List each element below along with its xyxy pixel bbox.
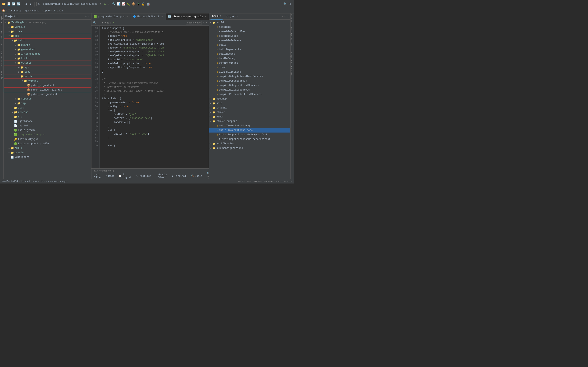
tab-tinkersupport[interactable]: 🔄 tinker-support.gradle ✕ bbox=[166, 13, 209, 20]
run-config-selector[interactable]: ⬡ TestBugly:app [buildTinkerPatchRelease… bbox=[36, 2, 103, 6]
save-icon[interactable]: 💾 bbox=[7, 2, 11, 6]
gradle-item[interactable]: ▶📁other bbox=[209, 115, 290, 119]
gradle-item[interactable]: ▶📁install bbox=[209, 106, 290, 110]
tab-mainactivity[interactable]: 🔷 MainActivity.kt ✕ bbox=[131, 13, 166, 20]
breadcrumb-project[interactable]: TestBugly bbox=[8, 9, 21, 12]
tree-item[interactable]: ▶📁intermediates bbox=[4, 52, 91, 56]
sdk-icon[interactable]: 🔒 bbox=[141, 2, 145, 6]
gradle-item[interactable]: ⚙compileDebugUnitTestSources bbox=[209, 83, 290, 88]
tree-item[interactable]: 🔑test_bugly.jks bbox=[4, 137, 91, 142]
captures-strip-label[interactable]: Captures bbox=[1, 71, 3, 80]
device-icon[interactable]: 📱 bbox=[136, 2, 140, 6]
gradle-item[interactable]: ⚙compileReleaseUnitTestSources bbox=[209, 92, 290, 97]
panel-tool-close[interactable]: ✕ bbox=[88, 15, 90, 18]
tree-item[interactable]: 📄.gitignore bbox=[4, 155, 91, 159]
tree-item[interactable]: ▼📁build bbox=[4, 38, 91, 43]
event-log-tab[interactable]: 🔍 Event Log bbox=[207, 172, 209, 179]
tree-item[interactable]: ▶📁build bbox=[4, 146, 91, 150]
refresh-icon[interactable]: 🔄 bbox=[11, 2, 16, 6]
gradle-item[interactable]: ⚙bundleDebug bbox=[209, 56, 290, 61]
gradle-item[interactable]: ⚙buildTinkerPatchDebug bbox=[209, 124, 290, 128]
search-tool[interactable]: 🔍 bbox=[93, 21, 96, 24]
build-tab[interactable]: 🔨 Build bbox=[190, 175, 203, 178]
forward-icon[interactable]: ▶ bbox=[29, 2, 33, 6]
gradle-item[interactable]: ▶📁verification bbox=[209, 142, 290, 146]
gradle-item[interactable]: ▶📁help bbox=[209, 101, 290, 106]
gradle-strip-label[interactable]: Gradle bbox=[291, 14, 294, 22]
back-icon[interactable]: ◀ bbox=[24, 2, 28, 6]
tree-item[interactable]: ▶📁.gradle bbox=[4, 25, 91, 29]
gradle-item[interactable]: ⚙bundleRelease bbox=[209, 61, 290, 65]
gradle-item[interactable]: ⚙buildTinkerPatchRelease bbox=[209, 128, 290, 133]
breadcrumb-file[interactable]: tinker-support.gradle bbox=[32, 9, 63, 12]
run-tab[interactable]: ▶ 4: Run bbox=[93, 173, 102, 179]
gradle-view-tab[interactable]: + Gradle View bbox=[155, 173, 168, 179]
gradle-item[interactable]: ▼📁build bbox=[209, 20, 290, 25]
tree-item[interactable]: ▶📁gradle bbox=[4, 150, 91, 155]
down-arrow-tool[interactable]: ▼ bbox=[104, 21, 106, 24]
gradle-item[interactable]: ⚙build bbox=[209, 43, 290, 47]
gradle-sync-icon[interactable]: 🔧 bbox=[112, 2, 116, 6]
gradle-item[interactable]: ▶📁Run Configurations bbox=[209, 146, 290, 150]
tree-item[interactable]: ▶📁libs bbox=[4, 106, 91, 110]
tree-item[interactable]: 📦patch_signed_7zip.apk bbox=[4, 88, 91, 92]
device-explorer-strip-label[interactable]: Device File Explorer bbox=[291, 51, 294, 76]
tree-item[interactable]: 🟢tinker-support.gradle bbox=[4, 142, 91, 146]
tree-item[interactable]: ▼📁release bbox=[4, 79, 91, 83]
gradle-item[interactable]: ⚙assembleAndroidTest bbox=[209, 29, 290, 34]
gradle-item[interactable]: ⚙buildNeeded bbox=[209, 52, 290, 56]
tree-item[interactable]: ▶📁kotlin bbox=[4, 56, 91, 61]
gradle-settings[interactable]: ⚙ bbox=[285, 15, 286, 18]
run-button[interactable]: ▶ bbox=[104, 2, 106, 6]
open-icon[interactable]: 📂 bbox=[2, 2, 6, 6]
tree-item[interactable]: ▶📁.idea bbox=[4, 29, 91, 34]
gradle-item[interactable]: ⚙assemble bbox=[209, 25, 290, 29]
gradle-item[interactable]: ▶📁cleanup bbox=[209, 97, 290, 101]
gradle-close[interactable]: ✕ bbox=[287, 15, 289, 18]
gradle-item[interactable]: ⚙cleanBuildCache bbox=[209, 70, 290, 74]
tree-item[interactable]: ▶📁release bbox=[4, 110, 91, 115]
up-arrow-tool[interactable]: ▲ bbox=[102, 21, 103, 24]
panel-tool-settings[interactable]: ⚙ bbox=[86, 15, 87, 18]
gradle-tab-projects[interactable]: projects bbox=[224, 13, 239, 20]
gradle-item[interactable]: ⚙buildDependents bbox=[209, 47, 290, 52]
apk-icon[interactable]: 📦 bbox=[131, 2, 136, 6]
tree-item[interactable]: ▶📁logs bbox=[4, 70, 91, 74]
breadcrumb-app[interactable]: app bbox=[25, 9, 29, 12]
tree-item[interactable]: 🟢build.gradle bbox=[4, 128, 91, 133]
tree-item[interactable]: ▼📁TestBugly ~/wkx/TestBugly bbox=[4, 20, 91, 25]
profiler-icon[interactable]: 📈 bbox=[122, 2, 126, 6]
match-case-toggle[interactable]: Match Case bbox=[186, 21, 202, 24]
tree-item[interactable]: ▶📁generated bbox=[4, 47, 91, 52]
tree-item[interactable]: 🟩proguard-rules.pro bbox=[4, 133, 91, 137]
tree-item[interactable]: ▶📁bakApk bbox=[4, 43, 91, 47]
copy-tool[interactable]: ⎘ bbox=[107, 21, 109, 24]
profiler-tab[interactable]: ⏱ Profiler bbox=[135, 175, 152, 178]
gradle-item[interactable]: ▶📁tinker bbox=[209, 110, 290, 115]
close-search[interactable]: ✕ bbox=[206, 21, 207, 24]
code-content[interactable]: tinkerSupport { /**构建基准包和补丁包都要指定不同的tinke… bbox=[100, 26, 209, 168]
tab-proguard[interactable]: 🟩 proguard-rules.pro ✕ bbox=[91, 13, 131, 20]
filter-tool[interactable]: ▼ bbox=[112, 21, 114, 24]
gradle-item[interactable]: ⚙tinkerSupportProcessDebugManifest bbox=[209, 133, 290, 137]
gradle-item[interactable]: ⚙compileDebugSources bbox=[209, 79, 290, 83]
tree-item[interactable]: 📄.gitignore bbox=[4, 119, 91, 124]
tree-item[interactable]: ▼📁patch bbox=[4, 74, 91, 79]
terminal-tab[interactable]: ▶ Terminal bbox=[171, 175, 187, 178]
tree-item[interactable]: 📦patch_signed.apk bbox=[4, 83, 91, 88]
tree-item[interactable]: ▶📁apk bbox=[4, 65, 91, 70]
build-strip-label[interactable]: Build Variants bbox=[1, 49, 3, 67]
lightning-icon[interactable]: ⚡ bbox=[107, 2, 111, 6]
tab-tinkersupport-close[interactable]: ✕ bbox=[204, 15, 207, 18]
tree-item[interactable]: 📦patch_unsigned.apk bbox=[4, 92, 91, 97]
tab-proguard-close[interactable]: ✕ bbox=[126, 15, 129, 18]
structure-strip-label[interactable]: 2: Structure bbox=[1, 31, 3, 45]
chart-icon[interactable]: 📊 bbox=[117, 2, 121, 6]
gradle-item[interactable]: ⚙assembleRelease bbox=[209, 38, 290, 43]
tree-item[interactable]: ▶📁tmp bbox=[4, 101, 91, 106]
project-dropdown-arrow[interactable]: ▼ bbox=[16, 15, 17, 17]
android-wifi-strip-label[interactable]: Android WiFi ADB bbox=[291, 26, 294, 47]
tab-mainactivity-close[interactable]: ✕ bbox=[161, 15, 164, 18]
gradle-refresh[interactable]: ⚙ bbox=[282, 15, 283, 18]
tree-item[interactable]: ▼📁outputs bbox=[4, 61, 91, 65]
